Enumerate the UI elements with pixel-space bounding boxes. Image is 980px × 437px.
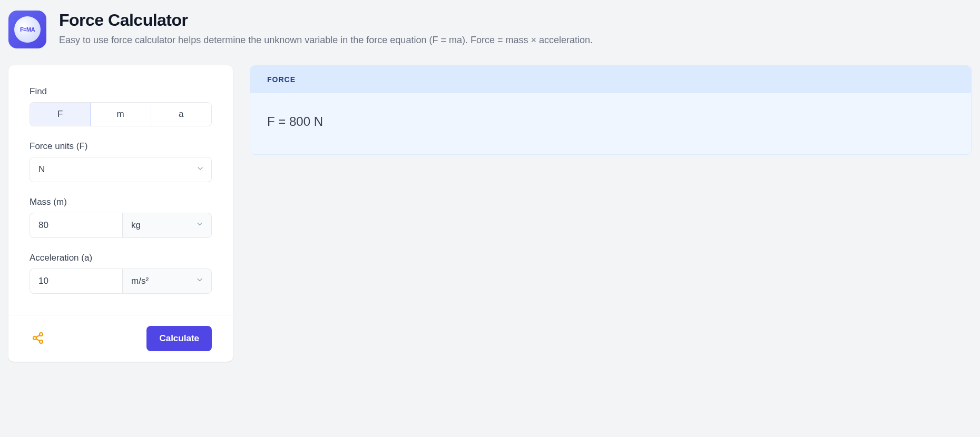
share-button[interactable] (30, 330, 46, 348)
mass-unit-value: kg (131, 220, 141, 231)
force-units-select[interactable]: N (30, 157, 212, 182)
field-acceleration: Acceleration (a) m/s² (30, 253, 212, 294)
accel-label: Acceleration (a) (30, 253, 212, 263)
title-block: Force Calculator Easy to use force calcu… (59, 11, 593, 47)
share-icon (32, 338, 44, 346)
mass-unit-select[interactable]: kg (122, 213, 212, 238)
app-logo: F=MA (8, 11, 46, 48)
find-option-a[interactable]: a (151, 103, 211, 126)
content-row: Find F m a Force units (F) N (8, 65, 972, 362)
calculate-button[interactable]: Calculate (146, 326, 212, 351)
result-value: F = 800 N (250, 93, 971, 154)
mass-label: Mass (m) (30, 197, 212, 207)
find-label: Find (30, 86, 212, 97)
page-title: Force Calculator (59, 11, 593, 30)
accel-input[interactable] (30, 269, 122, 294)
mass-input-group: kg (30, 213, 212, 238)
svg-line-3 (36, 339, 40, 341)
accel-unit-value: m/s² (131, 276, 149, 286)
logo-text: F=MA (14, 16, 41, 43)
mass-input[interactable] (30, 213, 122, 238)
force-units-label: Force units (F) (30, 141, 212, 152)
force-units-select-wrap: N (30, 157, 212, 182)
chevron-down-icon (195, 220, 204, 231)
svg-line-4 (36, 335, 40, 337)
field-force-units: Force units (F) N (30, 141, 212, 182)
find-segmented: F m a (30, 102, 212, 126)
find-option-f[interactable]: F (30, 102, 91, 126)
page-subtitle: Easy to use force calculator helps deter… (59, 33, 593, 47)
result-header: FORCE (250, 66, 971, 93)
field-mass: Mass (m) kg (30, 197, 212, 238)
accel-unit-select[interactable]: m/s² (122, 269, 212, 294)
force-units-value: N (38, 164, 45, 175)
calculator-card: Find F m a Force units (F) N (8, 65, 233, 362)
result-panel: FORCE F = 800 N (250, 65, 972, 155)
page-header: F=MA Force Calculator Easy to use force … (8, 11, 972, 48)
find-option-m[interactable]: m (90, 103, 151, 126)
card-body: Find F m a Force units (F) N (8, 65, 233, 315)
card-footer: Calculate (8, 315, 233, 362)
chevron-down-icon (195, 276, 204, 287)
field-find: Find F m a (30, 86, 212, 126)
accel-input-group: m/s² (30, 269, 212, 294)
